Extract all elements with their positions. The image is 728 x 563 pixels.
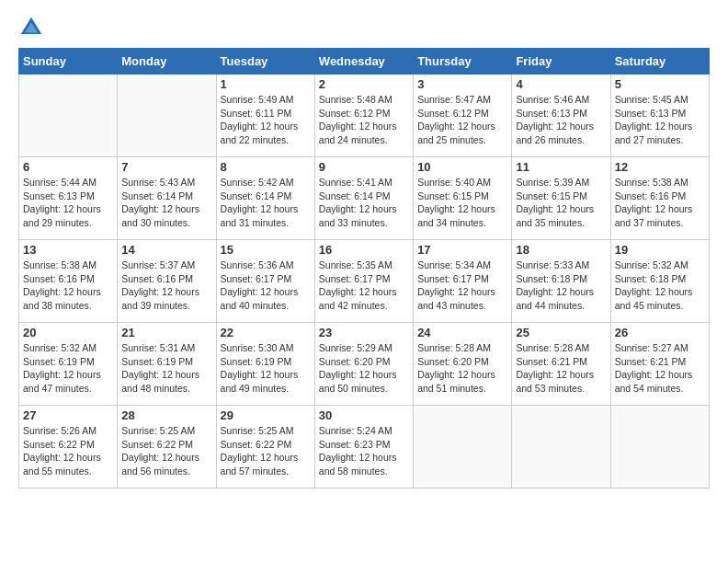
day-info: Sunrise: 5:45 AM Sunset: 6:13 PM Dayligh…: [615, 93, 705, 147]
calendar-cell: 10Sunrise: 5:40 AM Sunset: 6:15 PM Dayli…: [414, 157, 512, 240]
day-info: Sunrise: 5:33 AM Sunset: 6:18 PM Dayligh…: [516, 259, 606, 313]
calendar-cell: 9Sunrise: 5:41 AM Sunset: 6:14 PM Daylig…: [314, 157, 413, 240]
day-number: 4: [516, 77, 606, 91]
day-number: 2: [319, 77, 409, 91]
day-number: 5: [615, 77, 705, 91]
header-tuesday: Tuesday: [216, 49, 314, 75]
calendar-cell: 13Sunrise: 5:38 AM Sunset: 6:16 PM Dayli…: [19, 240, 118, 323]
day-number: 13: [23, 243, 113, 257]
day-number: 10: [417, 160, 507, 174]
week-row-5: 27Sunrise: 5:26 AM Sunset: 6:22 PM Dayli…: [19, 406, 710, 488]
calendar-cell: 3Sunrise: 5:47 AM Sunset: 6:12 PM Daylig…: [414, 75, 512, 157]
day-info: Sunrise: 5:25 AM Sunset: 6:22 PM Dayligh…: [221, 424, 311, 478]
calendar-cell: 18Sunrise: 5:33 AM Sunset: 6:18 PM Dayli…: [512, 240, 610, 323]
day-number: 16: [319, 243, 409, 257]
week-row-2: 6Sunrise: 5:44 AM Sunset: 6:13 PM Daylig…: [19, 157, 710, 240]
header-saturday: Saturday: [610, 49, 709, 75]
day-number: 19: [615, 243, 705, 257]
calendar-cell: 7Sunrise: 5:43 AM Sunset: 6:14 PM Daylig…: [118, 157, 216, 240]
calendar-cell: 28Sunrise: 5:25 AM Sunset: 6:22 PM Dayli…: [118, 406, 216, 488]
day-number: 8: [221, 160, 311, 174]
calendar-cell: 20Sunrise: 5:32 AM Sunset: 6:19 PM Dayli…: [19, 323, 118, 406]
day-info: Sunrise: 5:28 AM Sunset: 6:20 PM Dayligh…: [417, 341, 507, 396]
day-number: 15: [221, 243, 311, 257]
header-friday: Friday: [512, 49, 610, 75]
day-info: Sunrise: 5:39 AM Sunset: 6:15 PM Dayligh…: [516, 176, 606, 230]
day-info: Sunrise: 5:42 AM Sunset: 6:14 PM Dayligh…: [221, 176, 311, 230]
day-number: 18: [516, 243, 606, 257]
day-info: Sunrise: 5:34 AM Sunset: 6:17 PM Dayligh…: [417, 259, 507, 313]
calendar-cell: 15Sunrise: 5:36 AM Sunset: 6:17 PM Dayli…: [216, 240, 314, 323]
calendar-cell: 4Sunrise: 5:46 AM Sunset: 6:13 PM Daylig…: [512, 75, 610, 157]
calendar-cell: [414, 406, 512, 488]
calendar-cell: 12Sunrise: 5:38 AM Sunset: 6:16 PM Dayli…: [610, 157, 709, 240]
week-row-4: 20Sunrise: 5:32 AM Sunset: 6:19 PM Dayli…: [19, 323, 710, 406]
calendar-cell: 22Sunrise: 5:30 AM Sunset: 6:19 PM Dayli…: [216, 323, 314, 406]
day-info: Sunrise: 5:44 AM Sunset: 6:13 PM Dayligh…: [23, 176, 113, 230]
day-number: 27: [23, 408, 113, 422]
day-info: Sunrise: 5:41 AM Sunset: 6:14 PM Dayligh…: [319, 176, 409, 230]
calendar-cell: [19, 75, 118, 157]
calendar-cell: 25Sunrise: 5:28 AM Sunset: 6:21 PM Dayli…: [512, 323, 610, 406]
day-info: Sunrise: 5:36 AM Sunset: 6:17 PM Dayligh…: [221, 259, 311, 313]
day-info: Sunrise: 5:46 AM Sunset: 6:13 PM Dayligh…: [516, 93, 606, 147]
day-info: Sunrise: 5:38 AM Sunset: 6:16 PM Dayligh…: [615, 176, 705, 230]
calendar-cell: 5Sunrise: 5:45 AM Sunset: 6:13 PM Daylig…: [610, 75, 709, 157]
day-info: Sunrise: 5:29 AM Sunset: 6:20 PM Dayligh…: [319, 341, 409, 396]
day-info: Sunrise: 5:31 AM Sunset: 6:19 PM Dayligh…: [121, 341, 211, 396]
day-number: 30: [319, 408, 409, 422]
day-info: Sunrise: 5:28 AM Sunset: 6:21 PM Dayligh…: [516, 341, 606, 396]
day-info: Sunrise: 5:24 AM Sunset: 6:23 PM Dayligh…: [319, 424, 409, 478]
day-number: 24: [417, 326, 507, 339]
calendar-cell: [610, 406, 709, 488]
day-info: Sunrise: 5:43 AM Sunset: 6:14 PM Dayligh…: [121, 176, 211, 230]
day-number: 7: [121, 160, 211, 174]
calendar-table: Sunday Monday Tuesday Wednesday Thursday…: [18, 48, 710, 488]
calendar-cell: 8Sunrise: 5:42 AM Sunset: 6:14 PM Daylig…: [216, 157, 314, 240]
day-info: Sunrise: 5:30 AM Sunset: 6:19 PM Dayligh…: [221, 341, 311, 396]
day-info: Sunrise: 5:38 AM Sunset: 6:16 PM Dayligh…: [23, 259, 113, 313]
day-number: 12: [615, 160, 705, 174]
day-number: 6: [23, 160, 113, 174]
day-number: 25: [516, 326, 606, 339]
header-thursday: Thursday: [414, 49, 512, 75]
calendar-cell: 27Sunrise: 5:26 AM Sunset: 6:22 PM Dayli…: [19, 406, 118, 488]
calendar-cell: 26Sunrise: 5:27 AM Sunset: 6:21 PM Dayli…: [610, 323, 709, 406]
day-number: 21: [121, 326, 211, 339]
logo-icon: [18, 15, 44, 40]
calendar-cell: 16Sunrise: 5:35 AM Sunset: 6:17 PM Dayli…: [314, 240, 413, 323]
header-monday: Monday: [118, 49, 216, 75]
calendar-cell: 21Sunrise: 5:31 AM Sunset: 6:19 PM Dayli…: [118, 323, 216, 406]
calendar-cell: 11Sunrise: 5:39 AM Sunset: 6:15 PM Dayli…: [512, 157, 610, 240]
calendar-cell: [512, 406, 610, 488]
calendar-cell: 29Sunrise: 5:25 AM Sunset: 6:22 PM Dayli…: [216, 406, 314, 488]
day-number: 29: [221, 408, 311, 422]
day-info: Sunrise: 5:26 AM Sunset: 6:22 PM Dayligh…: [23, 424, 113, 478]
weekday-header-row: Sunday Monday Tuesday Wednesday Thursday…: [19, 49, 710, 75]
day-info: Sunrise: 5:48 AM Sunset: 6:12 PM Dayligh…: [319, 93, 409, 147]
calendar-cell: [118, 75, 216, 157]
calendar-cell: 24Sunrise: 5:28 AM Sunset: 6:20 PM Dayli…: [414, 323, 512, 406]
day-info: Sunrise: 5:49 AM Sunset: 6:11 PM Dayligh…: [221, 93, 311, 147]
day-number: 23: [319, 326, 409, 339]
day-info: Sunrise: 5:37 AM Sunset: 6:16 PM Dayligh…: [121, 259, 211, 313]
calendar-cell: 23Sunrise: 5:29 AM Sunset: 6:20 PM Dayli…: [314, 323, 413, 406]
calendar-cell: 19Sunrise: 5:32 AM Sunset: 6:18 PM Dayli…: [610, 240, 709, 323]
page-header: [18, 15, 710, 40]
day-number: 9: [319, 160, 409, 174]
header-sunday: Sunday: [19, 49, 118, 75]
day-number: 11: [516, 160, 606, 174]
header-wednesday: Wednesday: [314, 49, 413, 75]
calendar-cell: 17Sunrise: 5:34 AM Sunset: 6:17 PM Dayli…: [414, 240, 512, 323]
day-info: Sunrise: 5:32 AM Sunset: 6:18 PM Dayligh…: [615, 259, 705, 313]
week-row-3: 13Sunrise: 5:38 AM Sunset: 6:16 PM Dayli…: [19, 240, 710, 323]
calendar-cell: 30Sunrise: 5:24 AM Sunset: 6:23 PM Dayli…: [314, 406, 413, 488]
calendar-cell: 2Sunrise: 5:48 AM Sunset: 6:12 PM Daylig…: [314, 75, 413, 157]
day-number: 22: [221, 326, 311, 339]
week-row-1: 1Sunrise: 5:49 AM Sunset: 6:11 PM Daylig…: [19, 75, 710, 157]
day-info: Sunrise: 5:32 AM Sunset: 6:19 PM Dayligh…: [23, 341, 113, 396]
calendar-cell: 6Sunrise: 5:44 AM Sunset: 6:13 PM Daylig…: [19, 157, 118, 240]
day-number: 1: [221, 77, 311, 91]
day-number: 14: [121, 243, 211, 257]
day-number: 17: [417, 243, 507, 257]
